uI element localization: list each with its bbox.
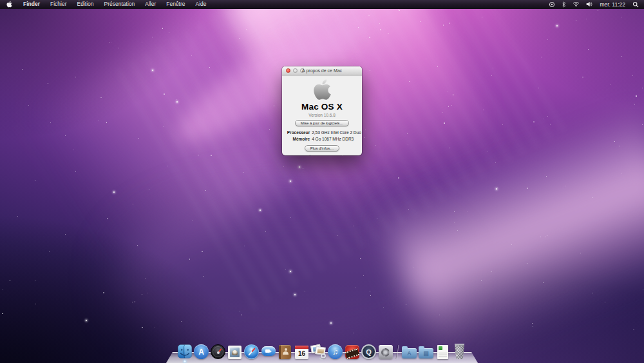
specs: Processeur 2,53 GHz Intel Core 2 Duo Mém…	[283, 130, 361, 141]
copyright-text: TM et © 1983-2011 Apple Inc. Tous droits…	[299, 155, 346, 155]
spotlight-icon[interactable]	[629, 0, 644, 8]
dock-icon-ichat[interactable]	[260, 341, 276, 359]
dock-icon-system-preferences[interactable]	[377, 341, 393, 359]
dock-icon-dashboard[interactable]	[210, 341, 226, 359]
processor-value: 2,53 GHz Intel Core 2 Duo	[312, 130, 361, 135]
vignette	[0, 0, 644, 363]
dock-icon-photo-booth[interactable]	[344, 341, 360, 359]
running-indicator	[184, 360, 185, 362]
dock-icon-address-book[interactable]	[277, 341, 293, 359]
desktop: FinderFichierÉditionPrésentationAllerFen…	[0, 0, 644, 363]
memory-value: 4 Go 1067 MHz DDR3	[312, 137, 361, 141]
aurora-haze	[116, 193, 451, 361]
menu-aller[interactable]: Aller	[140, 1, 161, 7]
dock-icon-itunes[interactable]: ♫	[327, 341, 343, 359]
dock-icon-app-store[interactable]: A	[193, 341, 209, 359]
window-title: À propos de ce Mac	[282, 66, 362, 75]
menu-finder[interactable]: Finder	[18, 1, 45, 7]
volume-icon[interactable]	[583, 0, 596, 8]
menu-presentation[interactable]: Présentation	[99, 1, 140, 7]
dock-icon-documents-folder[interactable]: ▤	[418, 341, 434, 359]
dock-icon-trash[interactable]	[451, 341, 468, 359]
menu-edition[interactable]: Édition	[72, 1, 99, 7]
memory-label: Mémoire	[283, 137, 310, 141]
dock-icon-finder[interactable]	[176, 341, 193, 359]
menu-bar: FinderFichierÉditionPrésentationAllerFen…	[0, 0, 644, 9]
dock: A16♫QA▤	[166, 341, 478, 363]
dock-icon-quicktime[interactable]: Q	[361, 341, 377, 359]
dock-icon-ical[interactable]: 16	[294, 341, 310, 359]
menu-fenetre[interactable]: Fenêtre	[161, 1, 190, 7]
starfield	[0, 0, 644, 363]
dock-icon-preview[interactable]	[310, 341, 327, 359]
menu-clock[interactable]: mer. 11:22	[596, 1, 629, 8]
window-titlebar[interactable]: À propos de ce Mac	[282, 66, 362, 75]
dock-separator	[394, 342, 401, 359]
os-name: Mac OS X	[301, 102, 343, 112]
menu-aide[interactable]: Aide	[191, 1, 212, 7]
bluetooth-icon[interactable]	[558, 0, 569, 8]
wifi-icon[interactable]	[569, 0, 583, 8]
processor-label: Processeur	[283, 130, 310, 135]
memory-row: Mémoire 4 Go 1067 MHz DDR3	[283, 137, 361, 141]
dock-icon-applications-folder[interactable]: A	[401, 341, 417, 359]
more-info-button[interactable]: Plus d'infos…	[305, 145, 340, 152]
menu-fichier[interactable]: Fichier	[45, 1, 72, 7]
aurora-beam	[377, 101, 644, 363]
software-update-button[interactable]: Mise à jour de logiciels…	[295, 120, 350, 126]
menu-extra-icon[interactable]	[545, 0, 558, 8]
processor-row: Processeur 2,53 GHz Intel Core 2 Duo	[283, 130, 361, 135]
wallpaper-aurora	[0, 0, 644, 363]
about-this-mac-window: À propos de ce Mac Mac OS X Version 10.6…	[282, 66, 362, 155]
apple-logo-icon	[314, 78, 331, 101]
apple-menu-icon[interactable]	[0, 0, 18, 8]
dock-icon-safari[interactable]	[243, 341, 260, 359]
os-version: Version 10.6.8	[308, 113, 336, 117]
dock-icon-document-stack[interactable]	[435, 341, 451, 359]
dock-icon-mail[interactable]	[227, 341, 243, 359]
